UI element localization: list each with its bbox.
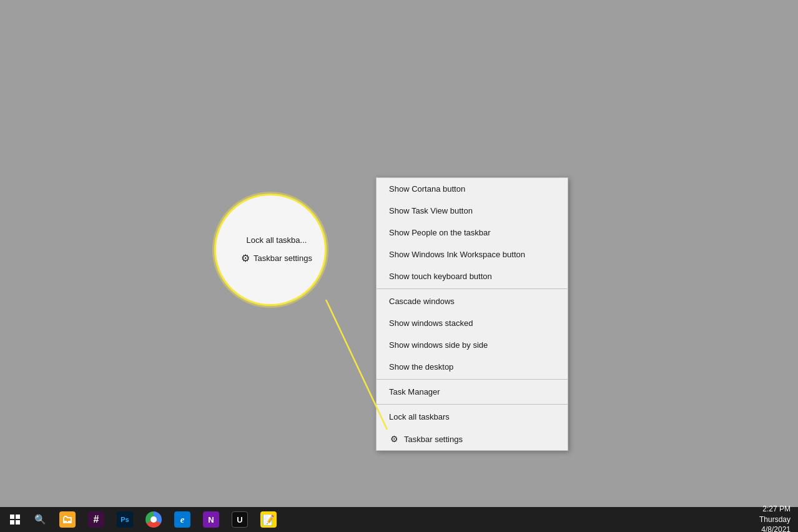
menu-item-show-taskview[interactable]: Show Task View button bbox=[377, 200, 568, 222]
taskbar-right: 2:27 PM Thursday 4/8/2021 bbox=[759, 504, 798, 532]
taskbar-app-chrome[interactable] bbox=[140, 507, 167, 532]
zoom-gear-icon: ⚙ bbox=[241, 252, 250, 264]
taskbar-app-files[interactable]: 🗂 bbox=[54, 507, 81, 532]
zoom-circle: Lock all taskba... ⚙ Taskbar settings bbox=[214, 194, 327, 306]
desktop: Lock all taskba... ⚙ Taskbar settings Sh… bbox=[0, 0, 798, 507]
menu-item-show-touch-keyboard[interactable]: Show touch keyboard button bbox=[377, 265, 568, 287]
menu-item-show-side-by-side[interactable]: Show windows side by side bbox=[377, 334, 568, 356]
clock-day: Thursday bbox=[759, 515, 791, 525]
menu-item-taskbar-settings[interactable]: ⚙ Taskbar settings bbox=[377, 428, 568, 450]
edge-icon: e bbox=[174, 511, 190, 528]
taskbar-app-notepad[interactable]: 📝 bbox=[255, 507, 282, 532]
menu-item-show-people[interactable]: Show People on the taskbar bbox=[377, 222, 568, 244]
zoom-lock-label: Lock all taskba... bbox=[234, 235, 307, 245]
taskbar-app-photoshop[interactable]: Ps bbox=[111, 507, 139, 532]
menu-item-task-manager[interactable]: Task Manager bbox=[377, 381, 568, 403]
clock-time: 2:27 PM bbox=[759, 504, 791, 515]
context-menu: Show Cortana button Show Task View butto… bbox=[376, 177, 568, 451]
menu-item-show-cortana[interactable]: Show Cortana button bbox=[377, 178, 568, 200]
taskbar-app-icons: 🗂 # Ps e N U 📝 bbox=[54, 507, 282, 532]
taskbar-app-unreal[interactable]: U bbox=[226, 507, 254, 532]
slack-icon: # bbox=[88, 511, 104, 528]
unreal-icon: U bbox=[232, 511, 248, 528]
menu-item-show-desktop[interactable]: Show the desktop bbox=[377, 356, 568, 378]
svg-rect-2 bbox=[16, 515, 20, 519]
clock[interactable]: 2:27 PM Thursday 4/8/2021 bbox=[759, 504, 791, 532]
clock-date: 4/8/2021 bbox=[759, 525, 791, 532]
separator-2 bbox=[377, 379, 568, 380]
svg-rect-1 bbox=[10, 515, 14, 519]
zoom-settings-label: ⚙ Taskbar settings bbox=[229, 252, 312, 264]
search-icon: 🔍 bbox=[34, 514, 46, 525]
notepad-icon: 📝 bbox=[260, 511, 277, 528]
taskbar-app-onenote[interactable]: N bbox=[197, 507, 225, 532]
taskbar-left: 🔍 bbox=[0, 507, 51, 532]
menu-item-lock-taskbars[interactable]: Lock all taskbars bbox=[377, 406, 568, 428]
ps-icon: Ps bbox=[117, 511, 133, 528]
gear-icon: ⚙ bbox=[389, 434, 399, 444]
files-icon: 🗂 bbox=[59, 511, 76, 528]
chrome-icon bbox=[145, 511, 162, 528]
svg-rect-3 bbox=[10, 520, 14, 525]
onenote-icon: N bbox=[203, 511, 219, 528]
separator-1 bbox=[377, 288, 568, 289]
separator-3 bbox=[377, 404, 568, 405]
start-button[interactable] bbox=[2, 507, 27, 532]
search-button[interactable]: 🔍 bbox=[29, 507, 51, 532]
taskbar-app-edge[interactable]: e bbox=[169, 507, 196, 532]
taskbar-app-slack[interactable]: # bbox=[82, 507, 110, 532]
svg-rect-4 bbox=[16, 520, 20, 525]
menu-item-show-stacked[interactable]: Show windows stacked bbox=[377, 312, 568, 334]
menu-item-show-ink[interactable]: Show Windows Ink Workspace button bbox=[377, 244, 568, 265]
taskbar: 🔍 🗂 # Ps e N U 📝 2:27 bbox=[0, 507, 798, 532]
menu-item-cascade-windows[interactable]: Cascade windows bbox=[377, 290, 568, 312]
